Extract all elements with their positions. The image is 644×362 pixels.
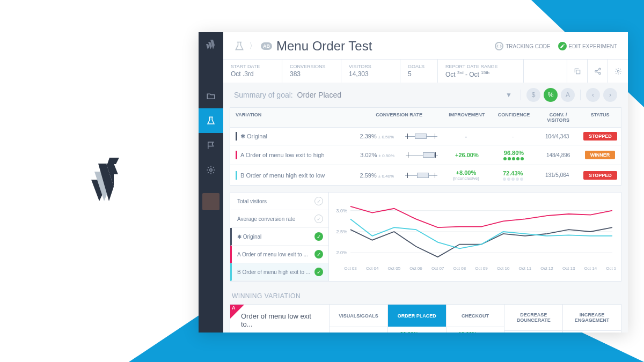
th-conv-visitors: CONV. / VISITORS (537, 108, 579, 127)
check-icon: ✓ (314, 250, 323, 258)
stat-value: 383 (290, 70, 333, 78)
winning-section: WINNING VARIATION A Order of menu low ex… (230, 288, 621, 333)
svg-text:Oct 09: Oct 09 (475, 266, 488, 271)
edit-experiment-button[interactable]: EDIT EXPERIMENT (558, 42, 617, 50)
stat-value: Oct .3rd (231, 70, 274, 78)
stat-value: 5 (408, 70, 430, 78)
stat-start-date: START DATE Oct .3rd (223, 60, 282, 83)
sidebar-item-folder[interactable] (199, 84, 223, 108)
sidebar-item-flag[interactable] (199, 133, 223, 158)
table-header: VARIATION CONVERSION RATE IMPROVEMENT CO… (230, 108, 621, 128)
sidebar-thumb[interactable] (202, 193, 219, 210)
th-improvement: IMPROVEMENT (443, 108, 491, 127)
page-header: 〉 AB Menu Order Test TRACKING CODE EDIT … (223, 32, 628, 59)
stat-value: 14,303 (349, 70, 392, 78)
svg-text:Oct 07: Oct 07 (431, 266, 444, 271)
stat-goals: GOALS 5 (400, 60, 438, 83)
winning-name: Order of menu low exit to... (241, 312, 323, 328)
svg-text:2.5%: 2.5% (336, 229, 347, 234)
svg-text:Oct 13: Oct 13 (562, 266, 575, 271)
line-chart: 2.0%2.5%3.0%Oct 03Oct 04Oct 05Oct 06Oct … (329, 193, 621, 281)
dropdown-icon[interactable]: ▼ (506, 91, 512, 99)
main-content: 〉 AB Menu Order Test TRACKING CODE EDIT … (223, 32, 628, 333)
winner-corner-label: A (232, 305, 236, 311)
table-row[interactable]: ✱ Original 2.39% ± 0.50% - - 104/4,343 S… (230, 128, 621, 145)
winning-card: A Order of menu low exit to... WINNER VA… (230, 304, 621, 333)
svg-text:Oct 15: Oct 15 (606, 266, 616, 271)
winning-metrics-table: VISUALS/GOALSCONV. RATE ORDER PLACED +26… (330, 305, 621, 333)
percent-toggle[interactable]: % (544, 88, 558, 102)
svg-text:Oct 11: Oct 11 (519, 266, 532, 271)
summary-row: Summary of goal: Order Placed ▼ $ % A ‹ … (223, 83, 628, 107)
share-button[interactable] (587, 60, 608, 83)
flask-icon (234, 41, 245, 51)
copy-button[interactable] (567, 60, 587, 83)
svg-text:Oct 06: Oct 06 (409, 266, 422, 271)
pencil-icon (558, 42, 567, 50)
page-title: Menu Order Test (276, 39, 372, 54)
svg-text:2.0%: 2.0% (336, 250, 347, 255)
th-confidence: CONFIDENCE (491, 108, 538, 127)
svg-text:Oct 08: Oct 08 (453, 266, 466, 271)
chevron-right-icon: 〉 (249, 41, 257, 51)
stat-label: GOALS (408, 64, 430, 69)
stats-bar: START DATE Oct .3rd CONVERSIONS 383 VISI… (223, 59, 628, 83)
prev-button[interactable]: ‹ (586, 88, 600, 102)
stat-label: CONVERSIONS (290, 64, 333, 69)
svg-text:Oct 05: Oct 05 (388, 266, 401, 271)
legend-variation-a[interactable]: A Order of menu low exit to ... ✓ (230, 246, 328, 263)
next-button[interactable]: › (603, 88, 617, 102)
legend-total-visitors[interactable]: Total visitors ✓ (230, 193, 328, 210)
svg-point-2 (598, 68, 601, 70)
svg-text:Oct 04: Oct 04 (366, 266, 379, 271)
stat-visitors: VISITORS 14,303 (341, 60, 400, 83)
svg-text:3.0%: 3.0% (336, 208, 347, 213)
tracking-code-label: TRACKING CODE (506, 43, 550, 49)
winning-title: WINNING VARIATION (230, 288, 621, 304)
check-icon: ✓ (314, 268, 323, 276)
tracking-code-button[interactable]: TRACKING CODE (495, 42, 550, 50)
chart-section: Total visitors ✓ Average conversion rate… (230, 192, 621, 282)
brand-logo (80, 150, 129, 209)
table-row[interactable]: A Order of menu low exit to high 3.02% ±… (230, 145, 621, 165)
th-status: STATUS (579, 108, 621, 127)
summary-text: Summary of goal: Order Placed (234, 91, 341, 99)
font-toggle[interactable]: A (561, 88, 575, 102)
svg-point-0 (210, 169, 213, 172)
check-icon: ✓ (314, 232, 323, 241)
variations-table: VARIATION CONVERSION RATE IMPROVEMENT CO… (230, 107, 621, 186)
ab-badge: AB (261, 42, 272, 50)
legend-variation-b[interactable]: B Order of menu high exit to ... ✓ (230, 263, 328, 281)
svg-text:Oct 10: Oct 10 (497, 266, 510, 271)
svg-text:Oct 12: Oct 12 (540, 266, 553, 271)
table-row[interactable]: B Order of menu high exit to low 2.59% ±… (230, 165, 621, 185)
stat-label: REPORT DATE RANGE (445, 64, 516, 69)
stat-conversions: CONVERSIONS 383 (282, 60, 341, 83)
check-icon: ✓ (314, 197, 323, 205)
stat-label: VISITORS (349, 64, 392, 69)
currency-toggle[interactable]: $ (526, 88, 540, 102)
th-conv-rate: CONVERSION RATE (355, 108, 443, 127)
legend-original[interactable]: ✱ Original ✓ (230, 228, 328, 246)
sidebar (199, 32, 223, 333)
legend-avg-conv[interactable]: Average conversion rate ✓ (230, 210, 328, 228)
sidebar-item-settings[interactable] (199, 158, 223, 182)
th-variation: VARIATION (230, 108, 355, 127)
svg-rect-1 (576, 70, 580, 73)
sidebar-item-experiments[interactable] (199, 108, 223, 133)
svg-text:Oct 03: Oct 03 (344, 266, 357, 271)
chart-legend: Total visitors ✓ Average conversion rate… (230, 193, 329, 281)
stat-date-range: REPORT DATE RANGE Oct 3rd - Oct 15th (438, 60, 524, 83)
svg-point-5 (617, 70, 619, 72)
svg-point-4 (598, 72, 601, 75)
svg-text:Oct 14: Oct 14 (584, 266, 597, 271)
check-icon: ✓ (314, 215, 323, 223)
sidebar-logo-icon (204, 39, 217, 51)
stat-value: Oct 3rd - Oct 15th (445, 70, 516, 78)
stat-label: START DATE (231, 64, 274, 69)
settings-button[interactable] (608, 60, 628, 83)
edit-experiment-label: EDIT EXPERIMENT (569, 43, 617, 49)
app-frame: 〉 AB Menu Order Test TRACKING CODE EDIT … (199, 32, 628, 333)
code-icon (495, 42, 503, 50)
svg-point-3 (595, 70, 597, 72)
